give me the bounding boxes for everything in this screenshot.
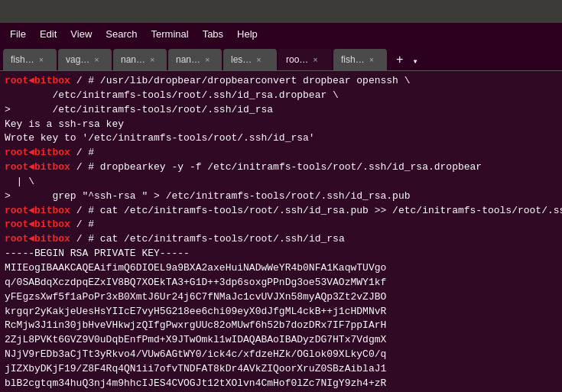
tab-3[interactable]: nan…×: [168, 49, 222, 70]
terminal-line-7: | \: [5, 175, 557, 190]
tab-label-6: fish…: [11, 54, 34, 65]
terminal-line-5: root◄bitbox / #: [5, 146, 557, 160]
terminal-line-20: jIZXbyDKjF19/Z8F4Rq4QN1ii7ofvTNDFAT8kDr4…: [5, 362, 557, 377]
terminal-line-14: q/0SABdqXczdpqEZxIV8BQ7XOEkTA3+G1D++3dp6…: [5, 276, 557, 290]
title-bar: [0, 0, 562, 23]
menu-bar: FileEditViewSearchTerminalTabsHelp: [0, 23, 562, 44]
menu-item-file[interactable]: File: [4, 26, 32, 42]
menu-item-view[interactable]: View: [64, 26, 98, 42]
terminal-line-21: blB2cgtqm34huQ3nj4m9hhcIJES4CVOGJt12tXOl…: [5, 377, 557, 391]
tab-5[interactable]: vag…×: [58, 49, 112, 70]
tab-6[interactable]: fish…×: [3, 49, 57, 70]
terminal-line-11: root◄bitbox / # cat /etc/initramfs-tools…: [5, 232, 557, 247]
tab-add[interactable]: +: [390, 50, 410, 70]
tab-label-3: nan…: [176, 54, 200, 65]
terminal-area[interactable]: root◄bitbox / # /usr/lib/dropbear/dropbe…: [0, 71, 562, 392]
terminal-line-19: NJjV9rEDb3aCjTt3yRkvo4/VUw6AGtWY0/ick4c/…: [5, 348, 557, 362]
tab-close-4[interactable]: ×: [150, 56, 154, 64]
tab-label-2: les…: [231, 54, 252, 65]
terminal-line-17: RcMjw3J1in30jbHveVHkwjzQIfgPwxrgUUc82oMU…: [5, 319, 557, 333]
terminal-line-3: Key is a ssh-rsa key: [5, 118, 557, 132]
tab-label-0: fish…: [341, 54, 365, 65]
tab-close-2[interactable]: ×: [256, 56, 261, 64]
terminal-line-18: 2ZjL8PVKt6GVZ9V0uDqbEnfPmd+X9JTwOmkl1wID…: [5, 333, 557, 348]
tab-4[interactable]: nan…×: [113, 49, 167, 70]
tab-label-4: nan…: [121, 54, 145, 65]
terminal-line-0: root◄bitbox / # /usr/lib/dropbear/dropbe…: [5, 74, 557, 89]
terminal-line-6: root◄bitbox / # dropbearkey -y -f /etc/i…: [5, 160, 557, 175]
menu-item-terminal[interactable]: Terminal: [145, 26, 195, 42]
terminal-line-16: krgqr2yKakjeUesHsYIIcE7vyH5G218ee6chi09e…: [5, 305, 557, 319]
terminal-line-2: > /etc/initramfs-tools/root/.ssh/id_rsa: [5, 103, 557, 118]
menu-item-edit[interactable]: Edit: [34, 26, 63, 42]
tab-close-5[interactable]: ×: [94, 56, 99, 64]
menu-item-help[interactable]: Help: [231, 26, 264, 42]
terminal-line-10: root◄bitbox / #: [5, 218, 557, 232]
tab-close-1[interactable]: ×: [313, 56, 317, 64]
tab-close-6[interactable]: ×: [39, 56, 44, 64]
terminal-line-1: /etc/initramfs-tools/root/.ssh/id_rsa.dr…: [5, 89, 557, 103]
tab-bar: fish…×vag…×nan…×nan…×les…×roo…×fish…× + …: [0, 44, 562, 71]
tab-0[interactable]: fish…×: [333, 49, 387, 70]
menu-item-tabs[interactable]: Tabs: [197, 26, 229, 42]
terminal-line-4: Wrote key to '/etc/initramfs-tools/root/…: [5, 131, 557, 146]
terminal-line-8: > grep "^ssh-rsa " > /etc/initramfs-tool…: [5, 190, 557, 204]
tab-label-1: roo…: [286, 54, 308, 65]
terminal-line-13: MIIEogIBAAKCAQEAifimQ6DIOEL9a9BXA2axeHui…: [5, 261, 557, 276]
terminal-line-15: yFEgzsXwf5f1aPoPr3xB0XmtJ6Ur24j6C7fNMaJc…: [5, 290, 557, 305]
tab-close-3[interactable]: ×: [205, 56, 210, 64]
tab-1[interactable]: roo…×: [278, 49, 332, 70]
menu-item-search[interactable]: Search: [99, 26, 143, 42]
tab-close-0[interactable]: ×: [369, 56, 374, 64]
tab-2[interactable]: les…×: [223, 49, 277, 70]
tab-chevron[interactable]: ▾: [410, 53, 421, 70]
terminal-line-12: -----BEGIN RSA PRIVATE KEY-----: [5, 247, 557, 261]
tab-label-5: vag…: [66, 54, 89, 65]
terminal-line-9: root◄bitbox / # cat /etc/initramfs-tools…: [5, 204, 557, 219]
